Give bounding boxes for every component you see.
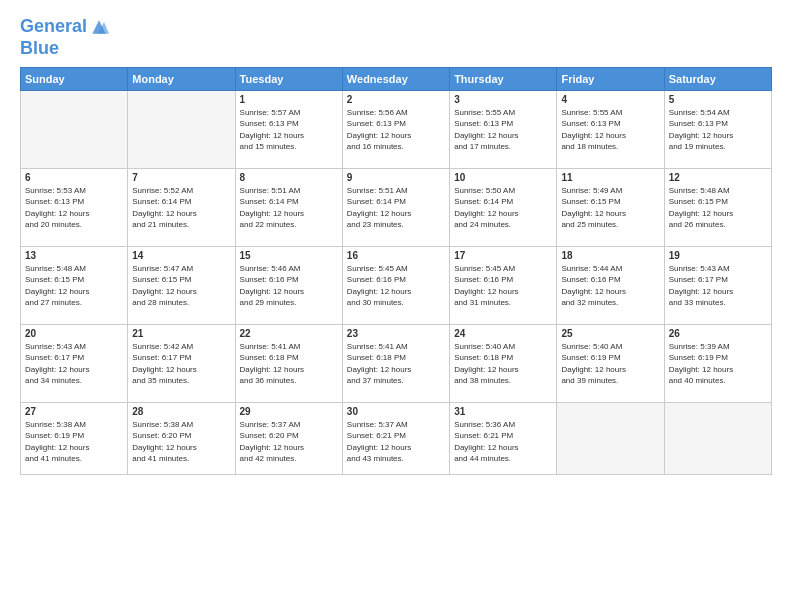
- weekday-header: Thursday: [450, 68, 557, 91]
- calendar-week: 20Sunrise: 5:43 AM Sunset: 6:17 PM Dayli…: [21, 325, 772, 403]
- calendar-cell: [21, 91, 128, 169]
- calendar-cell: 2Sunrise: 5:56 AM Sunset: 6:13 PM Daylig…: [342, 91, 449, 169]
- day-number: 29: [240, 406, 338, 417]
- day-info: Sunrise: 5:45 AM Sunset: 6:16 PM Dayligh…: [454, 263, 552, 308]
- calendar-cell: 23Sunrise: 5:41 AM Sunset: 6:18 PM Dayli…: [342, 325, 449, 403]
- calendar-cell: 22Sunrise: 5:41 AM Sunset: 6:18 PM Dayli…: [235, 325, 342, 403]
- day-info: Sunrise: 5:46 AM Sunset: 6:16 PM Dayligh…: [240, 263, 338, 308]
- day-info: Sunrise: 5:55 AM Sunset: 6:13 PM Dayligh…: [561, 107, 659, 152]
- calendar-cell: 15Sunrise: 5:46 AM Sunset: 6:16 PM Dayli…: [235, 247, 342, 325]
- day-info: Sunrise: 5:47 AM Sunset: 6:15 PM Dayligh…: [132, 263, 230, 308]
- day-info: Sunrise: 5:45 AM Sunset: 6:16 PM Dayligh…: [347, 263, 445, 308]
- day-number: 18: [561, 250, 659, 261]
- calendar-cell: 19Sunrise: 5:43 AM Sunset: 6:17 PM Dayli…: [664, 247, 771, 325]
- day-info: Sunrise: 5:48 AM Sunset: 6:15 PM Dayligh…: [669, 185, 767, 230]
- day-number: 6: [25, 172, 123, 183]
- day-number: 23: [347, 328, 445, 339]
- day-number: 25: [561, 328, 659, 339]
- calendar: SundayMondayTuesdayWednesdayThursdayFrid…: [20, 67, 772, 475]
- day-info: Sunrise: 5:41 AM Sunset: 6:18 PM Dayligh…: [240, 341, 338, 386]
- day-info: Sunrise: 5:36 AM Sunset: 6:21 PM Dayligh…: [454, 419, 552, 464]
- calendar-cell: [557, 403, 664, 475]
- calendar-cell: 4Sunrise: 5:55 AM Sunset: 6:13 PM Daylig…: [557, 91, 664, 169]
- calendar-cell: 6Sunrise: 5:53 AM Sunset: 6:13 PM Daylig…: [21, 169, 128, 247]
- day-number: 15: [240, 250, 338, 261]
- day-info: Sunrise: 5:41 AM Sunset: 6:18 PM Dayligh…: [347, 341, 445, 386]
- day-info: Sunrise: 5:40 AM Sunset: 6:18 PM Dayligh…: [454, 341, 552, 386]
- day-number: 31: [454, 406, 552, 417]
- day-number: 1: [240, 94, 338, 105]
- day-number: 26: [669, 328, 767, 339]
- day-number: 20: [25, 328, 123, 339]
- day-number: 19: [669, 250, 767, 261]
- day-number: 2: [347, 94, 445, 105]
- day-info: Sunrise: 5:42 AM Sunset: 6:17 PM Dayligh…: [132, 341, 230, 386]
- header: General Blue: [20, 16, 772, 59]
- day-number: 5: [669, 94, 767, 105]
- day-info: Sunrise: 5:37 AM Sunset: 6:21 PM Dayligh…: [347, 419, 445, 464]
- calendar-week: 27Sunrise: 5:38 AM Sunset: 6:19 PM Dayli…: [21, 403, 772, 475]
- day-info: Sunrise: 5:39 AM Sunset: 6:19 PM Dayligh…: [669, 341, 767, 386]
- day-info: Sunrise: 5:44 AM Sunset: 6:16 PM Dayligh…: [561, 263, 659, 308]
- weekday-header: Sunday: [21, 68, 128, 91]
- day-info: Sunrise: 5:50 AM Sunset: 6:14 PM Dayligh…: [454, 185, 552, 230]
- weekday-header: Monday: [128, 68, 235, 91]
- day-number: 16: [347, 250, 445, 261]
- calendar-cell: 16Sunrise: 5:45 AM Sunset: 6:16 PM Dayli…: [342, 247, 449, 325]
- calendar-cell: 8Sunrise: 5:51 AM Sunset: 6:14 PM Daylig…: [235, 169, 342, 247]
- day-number: 17: [454, 250, 552, 261]
- day-info: Sunrise: 5:43 AM Sunset: 6:17 PM Dayligh…: [25, 341, 123, 386]
- calendar-cell: 12Sunrise: 5:48 AM Sunset: 6:15 PM Dayli…: [664, 169, 771, 247]
- weekday-header: Tuesday: [235, 68, 342, 91]
- day-number: 28: [132, 406, 230, 417]
- logo-text: General: [20, 16, 87, 38]
- calendar-cell: 30Sunrise: 5:37 AM Sunset: 6:21 PM Dayli…: [342, 403, 449, 475]
- day-number: 8: [240, 172, 338, 183]
- day-info: Sunrise: 5:51 AM Sunset: 6:14 PM Dayligh…: [240, 185, 338, 230]
- day-number: 21: [132, 328, 230, 339]
- calendar-cell: 25Sunrise: 5:40 AM Sunset: 6:19 PM Dayli…: [557, 325, 664, 403]
- calendar-cell: 13Sunrise: 5:48 AM Sunset: 6:15 PM Dayli…: [21, 247, 128, 325]
- day-info: Sunrise: 5:57 AM Sunset: 6:13 PM Dayligh…: [240, 107, 338, 152]
- calendar-cell: 20Sunrise: 5:43 AM Sunset: 6:17 PM Dayli…: [21, 325, 128, 403]
- calendar-header: SundayMondayTuesdayWednesdayThursdayFrid…: [21, 68, 772, 91]
- day-info: Sunrise: 5:54 AM Sunset: 6:13 PM Dayligh…: [669, 107, 767, 152]
- weekday-header: Friday: [557, 68, 664, 91]
- calendar-cell: 1Sunrise: 5:57 AM Sunset: 6:13 PM Daylig…: [235, 91, 342, 169]
- day-number: 13: [25, 250, 123, 261]
- day-info: Sunrise: 5:51 AM Sunset: 6:14 PM Dayligh…: [347, 185, 445, 230]
- calendar-cell: 11Sunrise: 5:49 AM Sunset: 6:15 PM Dayli…: [557, 169, 664, 247]
- logo: General Blue: [20, 16, 109, 59]
- day-number: 24: [454, 328, 552, 339]
- calendar-cell: 17Sunrise: 5:45 AM Sunset: 6:16 PM Dayli…: [450, 247, 557, 325]
- calendar-cell: 29Sunrise: 5:37 AM Sunset: 6:20 PM Dayli…: [235, 403, 342, 475]
- day-number: 12: [669, 172, 767, 183]
- weekday-header: Wednesday: [342, 68, 449, 91]
- calendar-week: 6Sunrise: 5:53 AM Sunset: 6:13 PM Daylig…: [21, 169, 772, 247]
- calendar-cell: [664, 403, 771, 475]
- day-number: 9: [347, 172, 445, 183]
- calendar-cell: [128, 91, 235, 169]
- calendar-cell: 10Sunrise: 5:50 AM Sunset: 6:14 PM Dayli…: [450, 169, 557, 247]
- day-info: Sunrise: 5:55 AM Sunset: 6:13 PM Dayligh…: [454, 107, 552, 152]
- day-info: Sunrise: 5:56 AM Sunset: 6:13 PM Dayligh…: [347, 107, 445, 152]
- calendar-cell: 31Sunrise: 5:36 AM Sunset: 6:21 PM Dayli…: [450, 403, 557, 475]
- calendar-cell: 18Sunrise: 5:44 AM Sunset: 6:16 PM Dayli…: [557, 247, 664, 325]
- calendar-cell: 26Sunrise: 5:39 AM Sunset: 6:19 PM Dayli…: [664, 325, 771, 403]
- calendar-cell: 7Sunrise: 5:52 AM Sunset: 6:14 PM Daylig…: [128, 169, 235, 247]
- calendar-week: 1Sunrise: 5:57 AM Sunset: 6:13 PM Daylig…: [21, 91, 772, 169]
- calendar-cell: 27Sunrise: 5:38 AM Sunset: 6:19 PM Dayli…: [21, 403, 128, 475]
- day-number: 30: [347, 406, 445, 417]
- calendar-cell: 9Sunrise: 5:51 AM Sunset: 6:14 PM Daylig…: [342, 169, 449, 247]
- day-number: 11: [561, 172, 659, 183]
- weekday-header: Saturday: [664, 68, 771, 91]
- day-info: Sunrise: 5:49 AM Sunset: 6:15 PM Dayligh…: [561, 185, 659, 230]
- logo-icon: [89, 17, 109, 37]
- calendar-cell: 14Sunrise: 5:47 AM Sunset: 6:15 PM Dayli…: [128, 247, 235, 325]
- day-info: Sunrise: 5:38 AM Sunset: 6:19 PM Dayligh…: [25, 419, 123, 464]
- day-info: Sunrise: 5:38 AM Sunset: 6:20 PM Dayligh…: [132, 419, 230, 464]
- day-number: 22: [240, 328, 338, 339]
- day-number: 7: [132, 172, 230, 183]
- calendar-cell: 3Sunrise: 5:55 AM Sunset: 6:13 PM Daylig…: [450, 91, 557, 169]
- day-info: Sunrise: 5:48 AM Sunset: 6:15 PM Dayligh…: [25, 263, 123, 308]
